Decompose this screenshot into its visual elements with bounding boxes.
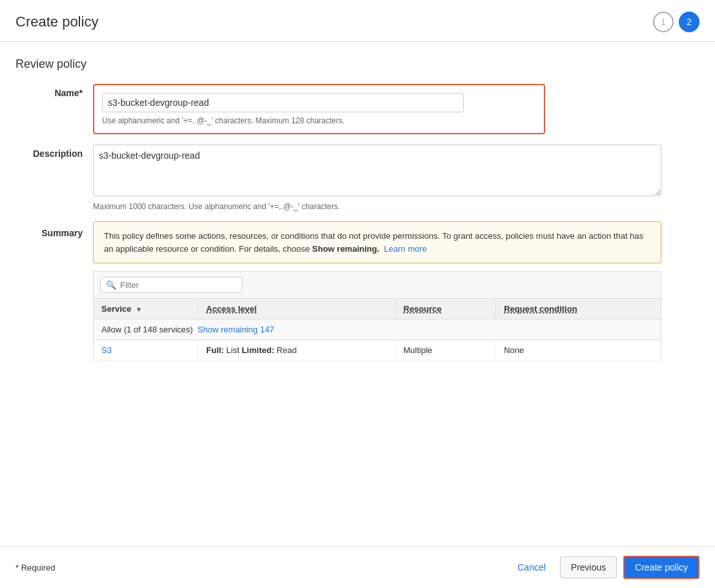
search-icon: 🔍 — [106, 280, 116, 290]
s3-service-link[interactable]: S3 — [101, 345, 112, 355]
name-row: Name* Use alphanumeric and '+=,.@-_' cha… — [16, 84, 699, 134]
col-service: Service ▼ — [94, 299, 198, 319]
show-remaining-link[interactable]: Show remaining 147 — [198, 325, 275, 334]
col-access-level: Access level — [198, 299, 395, 319]
warning-box: This policy defines some actions, resour… — [93, 221, 661, 263]
description-label: Description — [16, 145, 93, 159]
service-cell: S3 — [94, 340, 198, 361]
name-input[interactable] — [102, 93, 464, 112]
summary-table: Service ▼ Access level Resource Request … — [93, 298, 661, 361]
summary-section: Summary This policy defines some actions… — [16, 221, 699, 361]
filter-input-wrap: 🔍 — [100, 277, 242, 293]
name-box: Use alphanumeric and '+=,.@-_' character… — [93, 84, 545, 134]
learn-more-link[interactable]: Learn more — [384, 244, 427, 254]
footer-buttons: Cancel Previous Create policy — [510, 556, 699, 579]
description-row: Description Maximum 1000 characters. Use… — [16, 145, 699, 211]
page-title: Create policy — [16, 14, 98, 30]
required-note: * Required — [16, 563, 55, 573]
main-content: Review policy Name* Use alphanumeric and… — [0, 42, 715, 425]
description-hint: Maximum 1000 characters. Use alphanumeri… — [93, 202, 699, 211]
name-hint: Use alphanumeric and '+=,.@-_' character… — [102, 116, 536, 125]
access-level-full: Full: List Limited: Read — [206, 345, 296, 355]
summary-label: Summary — [16, 221, 93, 238]
cancel-button[interactable]: Cancel — [510, 558, 554, 576]
description-textarea[interactable] — [93, 145, 661, 196]
col-request-condition: Request condition — [496, 299, 661, 319]
allow-row: Allow (1 of 148 services) Show remaining… — [94, 319, 661, 340]
allow-text: Allow (1 of 148 services) — [101, 325, 193, 334]
col-resource: Resource — [395, 299, 496, 319]
summary-row: Summary This policy defines some actions… — [16, 221, 699, 361]
description-field-container: Maximum 1000 characters. Use alphanumeri… — [93, 145, 699, 211]
page-header: Create policy 1 2 — [0, 0, 715, 42]
allow-cell: Allow (1 of 148 services) Show remaining… — [94, 319, 661, 340]
previous-button[interactable]: Previous — [560, 556, 617, 578]
warning-bold: Show remaining. — [312, 244, 379, 254]
filter-input[interactable] — [120, 280, 236, 290]
step-1: 1 — [653, 12, 674, 32]
table-header-row: Service ▼ Access level Resource Request … — [94, 299, 661, 319]
access-level-cell: Full: List Limited: Read — [198, 340, 395, 361]
name-field-container: Use alphanumeric and '+=,.@-_' character… — [93, 84, 699, 134]
footer: * Required Cancel Previous Create policy — [0, 546, 715, 588]
sort-icon: ▼ — [136, 306, 142, 313]
request-condition-cell: None — [496, 340, 661, 361]
filter-bar: 🔍 — [93, 271, 661, 298]
summary-content: This policy defines some actions, resour… — [93, 221, 661, 361]
resource-cell: Multiple — [395, 340, 496, 361]
table-row: S3 Full: List Limited: Read Multiple Non… — [94, 340, 661, 361]
step-2: 2 — [679, 12, 699, 32]
section-title: Review policy — [16, 57, 699, 71]
create-policy-button[interactable]: Create policy — [623, 556, 699, 579]
steps-indicator: 1 2 — [653, 12, 699, 32]
name-label: Name* — [16, 84, 93, 98]
